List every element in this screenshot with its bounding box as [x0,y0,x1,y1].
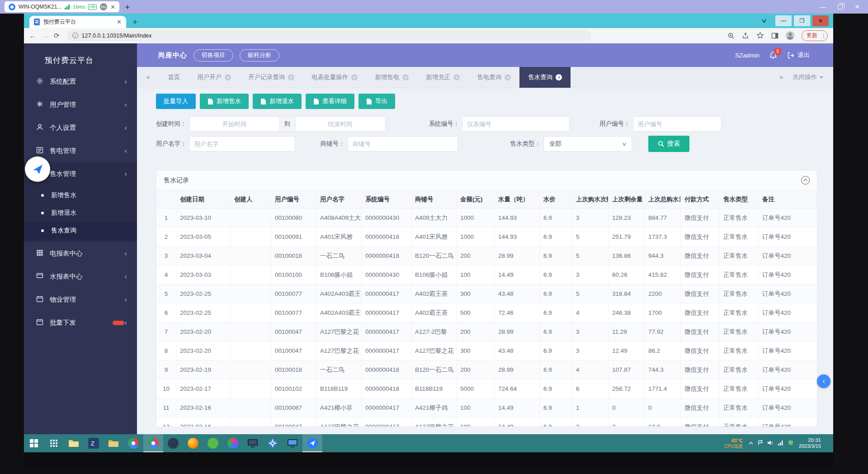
taskbar-app-files[interactable] [104,434,123,452]
view-details-button[interactable]: 查看详细 [306,94,354,109]
tray-flag-icon[interactable] [758,439,763,447]
shop-no-input[interactable] [348,136,458,152]
switch-project-button[interactable]: 切换项目 [193,49,233,62]
table-row[interactable]: 42023-03-0300100100B106滕小姐0000000430B106… [156,265,817,284]
sidebar-subitem-new-water-refund[interactable]: 新增退水 [24,204,137,222]
forward-icon[interactable]: → [42,32,48,39]
taskbar-app-todesk[interactable] [302,434,322,452]
task-view-button[interactable] [44,434,64,452]
zoom-icon[interactable] [727,32,735,39]
table-row[interactable]: 62023-02-2500100077A402A403霸王茶0000000417… [156,303,817,322]
energy-analysis-button[interactable]: 能耗分析 [240,49,279,62]
remote-restore-button[interactable] [838,5,843,9]
tabs-scroll-right-icon[interactable]: » [770,73,793,81]
tray-shield-icon[interactable] [788,439,793,447]
remote-tab-close-icon[interactable]: ✕ [110,4,115,10]
sidebar-item-water-report-center[interactable]: 水报表中心 ‹ [24,265,137,288]
tab-close-icon[interactable]: × [402,74,409,81]
table-row[interactable]: 12023-03-1000100080A408A409土大力0000000430… [156,209,817,228]
sidebar-item-user-management[interactable]: 用户管理 ‹ [24,93,137,116]
browser-new-tab-button[interactable]: + [132,18,137,28]
update-button[interactable]: 更新 ⋮ [802,30,828,41]
taskbar-app-wechat[interactable] [203,434,223,452]
start-button[interactable] [24,434,44,452]
tab-close-icon[interactable]: × [556,74,562,81]
remote-new-tab-button[interactable]: + [125,3,130,11]
tab-close-icon[interactable]: × [288,74,294,81]
table-row[interactable]: 72023-02-2000100047A127巴黎之花0000000417A12… [156,322,817,341]
taskbar-app-chrome[interactable] [123,434,143,452]
user-name-input[interactable] [189,136,295,152]
taskbar-app-color-app[interactable] [223,434,243,452]
export-button[interactable]: 导出 [359,94,395,109]
end-time-input[interactable] [295,116,386,132]
taskbar-app-messenger[interactable] [163,434,183,452]
table-row[interactable]: 32023-03-0400100018一石二鸟0000000418B120一石二… [156,246,817,265]
tab-close-icon[interactable]: × [453,74,460,81]
cpu-temperature-widget[interactable]: 43℃ CPU温度 [724,438,743,449]
table-row[interactable]: 52023-02-2500100077A402A403霸王茶0000000417… [156,284,817,303]
new-water-sale-button[interactable]: 新增售水 [200,94,249,109]
remote-close-button[interactable]: ✕ [854,4,860,10]
tab-电表批量操作[interactable]: 电表批量操作× [303,67,366,88]
table-row[interactable]: 102023-02-1700100102B118B1190000000418B1… [156,379,817,398]
table-row[interactable]: 92023-02-1900100018一石二鸟0000000418B120一石二… [156,360,817,379]
sidebar-subitem-new-water-sale[interactable]: 新增售水 [24,186,137,204]
tab-首页[interactable]: 首页 [159,67,189,88]
tray-hidden-icons-caret[interactable] [748,439,754,447]
sidebar-item-property-management[interactable]: 物业管理 ‹ [24,288,137,311]
taskbar-app-terminal[interactable]: Z [84,434,104,452]
tab-close-icon[interactable]: × [505,74,511,81]
tab-售电查询[interactable]: 售电查询× [468,67,519,88]
batch-import-button[interactable]: 批量导入 [156,94,196,109]
browser-menu-dots-icon[interactable]: ⋮ [821,35,823,37]
floating-collapse-handle[interactable]: ‹ [817,374,830,388]
tab-新增售电[interactable]: 新增售电× [366,67,417,88]
logout-button[interactable]: 退出 [787,51,810,59]
close-operations-dropdown[interactable]: 关闭操作 [793,73,833,81]
browser-restore-button[interactable]: ❐ [794,15,810,26]
start-time-input[interactable] [189,116,280,132]
tabs-scroll-left-icon[interactable]: « [137,73,159,81]
sidebar-item-electric-report-center[interactable]: 电报表中心 ‹ [24,242,137,265]
profile-avatar[interactable] [786,31,794,40]
remote-session-tab[interactable]: WIN-OQMSK21... 16ms HD RU ✕ [5,1,119,12]
side-panel-icon[interactable] [771,32,778,39]
browser-tab-close-icon[interactable]: ✕ [117,19,122,25]
taskbar-app-file-explorer[interactable] [64,434,84,452]
browser-tab[interactable]: 预付费云平台 ✕ [29,16,126,28]
toolbar-collapse-icon[interactable]: ∨ [761,18,768,24]
browser-close-button[interactable]: ✕ [812,15,829,26]
tray-volume-icon[interactable] [767,439,774,447]
taskbar-app-firefox[interactable] [183,434,203,452]
table-row[interactable]: 22023-03-0500100091A401宋风雅0000000418A401… [156,228,817,246]
table-row[interactable]: 82023-02-2000100047A127巴黎之花0000000417A12… [156,341,817,360]
sidebar-item-batch-dispatch[interactable]: 批量下发 ‹ [24,311,137,334]
tab-close-icon[interactable]: × [351,74,358,81]
back-icon[interactable]: ← [29,32,36,39]
taskbar-app-chrome-active[interactable] [143,434,163,452]
taskbar-app-display[interactable] [243,434,263,452]
user-no-input[interactable] [633,116,722,132]
share-icon[interactable] [742,32,749,39]
collapse-panel-icon[interactable] [801,176,810,185]
notification-bell[interactable]: 5 [769,51,777,59]
system-no-input[interactable] [462,116,570,132]
tab-开户记录查询[interactable]: 开户记录查询× [240,67,303,88]
tab-用户开户[interactable]: 用户开户× [189,67,240,88]
taskbar-app-settings[interactable] [263,434,283,452]
sidebar-item-personal-settings[interactable]: 个人设置 ‹ [24,116,137,139]
table-row[interactable]: 122023-02-1600100047A127巴黎之花0000000417A1… [156,417,817,427]
address-bar[interactable]: i 127.0.0.1:10315/Main/Index [67,30,591,41]
reload-icon[interactable]: ⟳ [54,32,60,39]
tab-售水查询[interactable]: 售水查询× [519,67,571,88]
sidebar-item-system-config[interactable]: 系统配置 ‹ [24,70,137,93]
bookmark-star-icon[interactable] [756,32,764,39]
browser-minimize-button[interactable]: — [775,15,792,26]
tab-close-icon[interactable]: × [225,74,231,81]
sidebar-subitem-water-sale-query[interactable]: 售水查询 [24,222,137,239]
taskbar-clock[interactable]: 20:31 2023/3/15 [799,437,821,450]
tray-network-icon[interactable] [778,439,784,447]
remote-minimize-button[interactable]: — [820,4,826,10]
table-row[interactable]: 112023-02-1600100087A421椰小菲0000000417A42… [156,398,817,417]
